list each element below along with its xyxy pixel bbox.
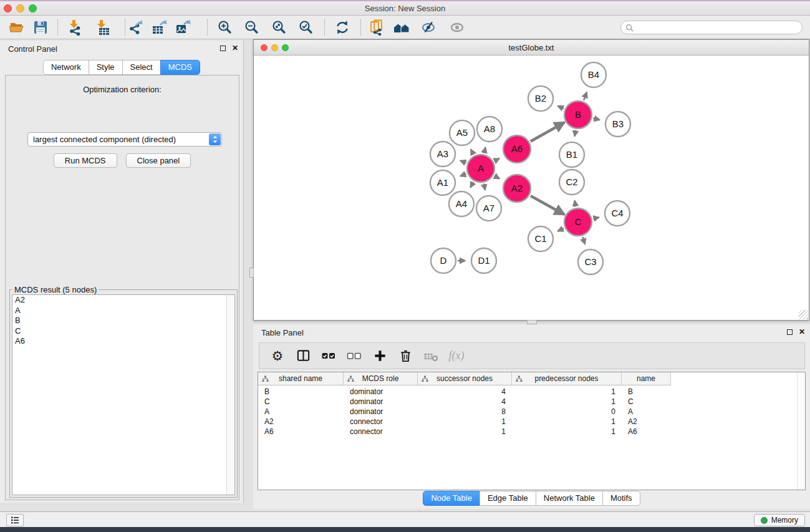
graph-edge [460, 174, 466, 177]
table-row[interactable]: Bdominator41B [258, 387, 805, 397]
graph-node-B3[interactable]: B3 [605, 112, 630, 137]
import-table-icon[interactable] [95, 19, 111, 36]
zoom-selected-icon[interactable] [298, 19, 314, 36]
splitter-handle-left[interactable] [249, 268, 254, 278]
svg-text:C: C [575, 216, 582, 227]
select-all-icon[interactable] [321, 349, 336, 364]
table-row[interactable]: Cdominator41C [258, 397, 805, 407]
result-item[interactable]: A2 [12, 295, 234, 306]
column-header-successor-nodes[interactable]: successor nodes [418, 372, 512, 385]
svg-text:A: A [478, 163, 484, 173]
table-cell: connector [344, 417, 418, 427]
graph-node-A3[interactable]: A3 [430, 142, 455, 167]
graph-edge [484, 184, 485, 190]
graph-edge [460, 161, 466, 163]
zoom-out-icon[interactable] [244, 19, 260, 36]
graph-node-B[interactable]: B [564, 101, 592, 128]
network-canvas[interactable]: AA1A2A3A4A5A6A7A8BB1B2B3B4CC1C2C3C4DD1 [254, 56, 809, 320]
float-panel-icon[interactable] [220, 46, 226, 51]
table-cell: dominator [344, 407, 418, 417]
tab-edge-table[interactable]: Edge Table [480, 491, 536, 506]
result-item[interactable]: A6 [12, 336, 234, 347]
graph-node-C[interactable]: C [564, 208, 592, 236]
memory-button[interactable]: Memory [754, 514, 805, 526]
close-table-panel-icon[interactable]: ✕ [799, 329, 805, 336]
graph-node-A6[interactable]: A6 [503, 135, 531, 163]
table-cell: A6 [258, 427, 344, 437]
zoom-fit-icon[interactable] [271, 19, 287, 36]
graph-node-A7[interactable]: A7 [476, 196, 501, 221]
graph-node-C3[interactable]: C3 [578, 249, 603, 274]
graph-node-A4[interactable]: A4 [449, 191, 474, 216]
save-session-icon[interactable] [32, 19, 49, 36]
result-item[interactable]: B [12, 316, 234, 326]
search-field[interactable] [620, 21, 803, 34]
tab-style[interactable]: Style [89, 60, 123, 75]
zoom-in-icon[interactable] [217, 19, 233, 36]
delete-column-trash-icon[interactable] [398, 349, 413, 364]
graph-node-A2[interactable]: A2 [503, 175, 531, 202]
graph-node-A5[interactable]: A5 [450, 120, 475, 145]
export-image-icon[interactable] [175, 19, 191, 36]
result-item[interactable]: A [12, 306, 234, 316]
table-row[interactable]: A6connector11A6 [258, 427, 805, 437]
resize-grip-icon[interactable] [799, 310, 808, 319]
column-header-predecessor-nodes[interactable]: predecessor nodes [512, 372, 622, 385]
refresh-icon[interactable] [334, 19, 350, 36]
optimization-dropdown[interactable]: largest connected component (directed) [27, 132, 222, 147]
open-session-icon[interactable] [9, 19, 25, 36]
result-item[interactable]: C [12, 326, 234, 337]
table-settings-gear-icon[interactable]: ⚙ [270, 349, 285, 364]
column-header-shared-name[interactable]: shared name [258, 372, 344, 385]
network-window-titlebar[interactable]: testGlobe.txt [254, 40, 809, 56]
close-panel-button[interactable]: Close panel [126, 153, 191, 168]
hide-panel-eye-icon[interactable] [420, 19, 436, 36]
table-row[interactable]: Adominator80A [258, 407, 805, 417]
graph-node-C1[interactable]: C1 [528, 226, 553, 251]
svg-text:A2: A2 [511, 183, 523, 193]
export-table-icon[interactable] [152, 19, 168, 36]
graph-node-D1[interactable]: D1 [471, 248, 496, 273]
add-column-plus-icon[interactable] [372, 349, 387, 364]
svg-text:C1: C1 [534, 233, 546, 244]
table-panel-title: Table Panel [261, 328, 304, 337]
graph-node-A[interactable]: A [467, 155, 494, 182]
graph-edge [471, 150, 473, 155]
home-networks-icon[interactable] [393, 19, 410, 36]
graph-node-B2[interactable]: B2 [528, 86, 553, 111]
table-cell: B [622, 387, 671, 397]
list-icon [10, 515, 20, 525]
graph-node-A8[interactable]: A8 [477, 117, 502, 142]
import-network-icon[interactable] [67, 19, 84, 36]
table-scrollbar[interactable] [797, 372, 805, 490]
unselect-all-icon[interactable] [347, 349, 362, 364]
close-panel-icon[interactable]: ✕ [232, 45, 238, 52]
graph-edge [593, 118, 600, 120]
export-network-icon[interactable] [128, 19, 144, 36]
graph-node-C2[interactable]: C2 [559, 170, 584, 195]
column-header-name[interactable]: name [622, 372, 671, 385]
tab-network-table[interactable]: Network Table [536, 491, 603, 506]
task-history-button[interactable] [6, 514, 24, 526]
search-input[interactable] [634, 22, 802, 33]
tab-motifs[interactable]: Motifs [602, 491, 640, 506]
tab-node-table[interactable]: Node Table [423, 491, 480, 506]
graph-node-A1[interactable]: A1 [430, 170, 455, 195]
graph-node-D[interactable]: D [431, 248, 456, 273]
tab-mcds[interactable]: MCDS [160, 60, 200, 75]
table-row[interactable]: A2connector11A2 [258, 417, 805, 427]
splitter-handle-bottom[interactable] [527, 320, 537, 324]
memory-status-dot [761, 517, 768, 524]
new-network-from-file-icon[interactable] [369, 19, 385, 36]
graph-node-B4[interactable]: B4 [581, 62, 606, 87]
float-table-panel-icon[interactable] [787, 329, 793, 335]
run-mcds-button[interactable]: Run MCDS [54, 153, 117, 168]
column-header-MCDS-role[interactable]: MCDS role [344, 372, 418, 385]
graph-node-B1[interactable]: B1 [559, 142, 584, 167]
result-scrollbar[interactable] [226, 295, 234, 495]
tab-select[interactable]: Select [122, 60, 161, 75]
tab-network[interactable]: Network [43, 60, 89, 75]
window-title: Session: New Session [0, 4, 810, 13]
show-columns-icon[interactable] [296, 349, 311, 364]
graph-node-C4[interactable]: C4 [605, 201, 630, 226]
